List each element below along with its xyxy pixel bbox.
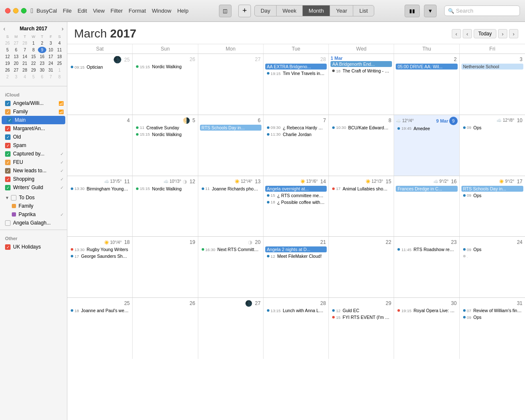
sidebar-item-family[interactable]: ✓ Family 📶	[0, 107, 67, 116]
calendar-checkbox[interactable]: ✓	[7, 118, 12, 123]
sidebar-todos-toggle[interactable]: ▼ To Dos	[0, 193, 67, 202]
mini-cal-day[interactable]: 5	[3, 47, 12, 53]
mini-cal-day[interactable]: 1	[55, 67, 64, 73]
calendar-event[interactable]: 07Review of William's finances	[461, 308, 523, 313]
calendar-event[interactable]: 12Meet FileMaker Cloud!	[265, 253, 327, 259]
menu-file[interactable]: File	[63, 8, 72, 14]
calendar-event[interactable]: 18Joanne and Paul's wedding	[69, 308, 131, 313]
calendar-day-mar30[interactable]: 30 19:15Royal Opera Live: Madame Butterf…	[394, 298, 459, 359]
mini-cal-day[interactable]: 4	[21, 74, 29, 80]
mini-cal-next[interactable]: ›	[61, 25, 64, 32]
calendar-event[interactable]: 11Joanne Richards phoner re BMI workshop	[200, 186, 261, 192]
prev-button[interactable]: ‹	[463, 29, 472, 38]
calendar-day-mar2[interactable]: 2 05:00 DRIVE AA: Wil...	[394, 54, 459, 115]
mini-cal-prev[interactable]: ‹	[3, 25, 5, 32]
calendar-day-mar13[interactable]: ☀️ 12°/4°13 11Joanne Richards phoner re …	[198, 176, 264, 237]
calendar-checkbox[interactable]: ✓	[5, 177, 11, 182]
view-year-button[interactable]: Year	[330, 5, 353, 16]
calendar-event[interactable]: 16:30Next RTS Committee Meeting	[200, 246, 261, 252]
mini-cal-day[interactable]: 3	[12, 74, 21, 80]
calendar-event[interactable]: 09:15Optician	[69, 64, 131, 70]
calendar-event[interactable]: .	[461, 253, 523, 259]
sidebar-item-main[interactable]: ✓ Main	[2, 116, 65, 124]
mini-cal-day[interactable]: 24	[47, 60, 55, 67]
calendar-event[interactable]: 09Ops	[461, 193, 523, 198]
calendar-day-mar8[interactable]: 8 10:30BCU/Kate Edwards/Ignite	[329, 115, 394, 176]
mini-cal-day[interactable]: 20	[12, 60, 21, 67]
sidebar-item-writersguild[interactable]: ✓ Writers' Guild ✓	[0, 183, 67, 192]
mini-cal-day[interactable]: 6	[38, 74, 46, 80]
calendar-day-mar25[interactable]: 25 18Joanne and Paul's wedding	[67, 298, 133, 359]
menu-edit[interactable]: Edit	[77, 8, 87, 14]
calendar-event[interactable]: Angela overnight at...	[265, 186, 327, 192]
calendar-day-mar9-today[interactable]: ☁️ 12°/4° 9 Mar 9 19:45Amedee	[394, 115, 459, 176]
calendar-checkbox[interactable]: ✓	[5, 244, 11, 250]
calendar-day-mar31[interactable]: 31 07Review of William's finances 09Ops	[460, 298, 525, 359]
calendar-event[interactable]: 15¿ RTS committee meeting	[265, 193, 327, 198]
mini-cal-day[interactable]: 16	[38, 54, 46, 60]
sidebar-item-newleads[interactable]: ✓ New leads to... ✓	[0, 166, 67, 175]
mini-cal-day[interactable]: 7	[21, 47, 29, 53]
calendar-event[interactable]: Nethersole School	[461, 64, 523, 70]
mini-cal-day[interactable]: 6	[12, 47, 21, 53]
calendar-day-mar14[interactable]: ☀️ 13°/6°14 Angela overnight at... 15¿ R…	[264, 176, 329, 237]
prev-prev-button[interactable]: ‹	[452, 29, 461, 38]
mini-cal-day[interactable]: 27	[12, 67, 21, 73]
calendar-day-mar24[interactable]: 24 09Ops .	[460, 237, 525, 297]
calendar-event[interactable]: 15:15Nordic Walking	[134, 186, 196, 192]
mini-cal-day[interactable]: 12	[3, 54, 12, 60]
calendar-event[interactable]: 17George Saunders Short Stories	[69, 253, 131, 259]
calendar-event[interactable]: 05:00 DRIVE AA: Wil...	[396, 64, 457, 70]
calendar-day-mar16[interactable]: ☁️ 9°/2°16 Frances Dredge in C...	[394, 176, 459, 237]
calendar-day-mar18[interactable]: ☀️ 10°/4°18 13:30Rugby Young Writers 17G…	[67, 237, 133, 297]
calendar-checkbox-unchecked[interactable]	[11, 195, 16, 201]
mini-cal-day[interactable]: 14	[21, 54, 29, 60]
sidebar-item-captured[interactable]: ✓ Captured by... ✓	[0, 150, 67, 158]
calendar-event[interactable]: 13:30Birmingham Young Writers	[69, 186, 131, 192]
calendar-event[interactable]: AA Bridgenorth End...	[330, 61, 392, 67]
mini-cal-day[interactable]: 21	[21, 60, 29, 67]
calendar-day-mar12[interactable]: ☁️ 10°/3°◑12 15:15Nordic Walking	[133, 176, 198, 237]
calendar-checkbox[interactable]: ✓	[5, 134, 11, 140]
mini-cal-day[interactable]: 8	[55, 74, 64, 80]
sidebar-item-angela[interactable]: ✓ Angela/Willi... 📶	[0, 99, 67, 107]
calendar-event[interactable]: 18¿ Possible coffee with Jessica Dromgoo…	[265, 199, 327, 205]
mini-cal-day[interactable]: 23	[38, 60, 46, 67]
mini-cal-day[interactable]: 1	[29, 40, 38, 46]
calendar-event[interactable]: 19:45Amedee	[396, 126, 457, 131]
calendar-day-mar27[interactable]: 🌑27	[198, 298, 264, 359]
close-button[interactable]	[5, 8, 11, 13]
mini-cal-day[interactable]: 17	[47, 54, 55, 60]
display-dropdown-button[interactable]: ▼	[424, 5, 437, 17]
mini-cal-day[interactable]: 11	[55, 47, 64, 53]
mini-cal-day[interactable]: 2	[38, 40, 46, 46]
calendar-day-mar1[interactable]: 1 Mar AA Bridgenorth End... 18The Craft …	[329, 54, 394, 115]
mini-cal-day[interactable]: 26	[3, 40, 12, 46]
mini-cal-day[interactable]: 15	[29, 54, 38, 60]
mini-cal-day[interactable]: 3	[47, 40, 55, 46]
menu-busycal[interactable]: BusyCal	[37, 8, 57, 14]
sidebar-item-margaret[interactable]: ✓ Margaret/An...	[0, 124, 67, 133]
calendar-checkbox[interactable]: ✓	[5, 151, 11, 157]
calendar-event[interactable]: 13:15Lunch with Anna Lawrence	[265, 308, 327, 313]
mini-cal-day[interactable]: 31	[47, 67, 55, 73]
mini-cal-day[interactable]: 13	[12, 54, 21, 60]
calendar-event[interactable]: 19:15Royal Opera Live: Madame Butterfly …	[396, 308, 457, 313]
mini-cal-day[interactable]: 18	[55, 54, 64, 60]
calendar-day-mar22[interactable]: 22	[329, 237, 394, 297]
calendar-checkbox[interactable]: ✓	[5, 143, 11, 148]
mini-cal-day[interactable]: 22	[29, 60, 38, 67]
calendar-event[interactable]: 10:30BCU/Kate Edwards/Ignite	[330, 125, 392, 131]
calendar-event[interactable]: 18The Craft of Writing - Short Course (W…	[330, 68, 392, 74]
menu-view[interactable]: View	[93, 8, 105, 14]
mini-cal-day[interactable]: 5	[29, 74, 38, 80]
window-icon-button[interactable]: ◫	[219, 5, 232, 17]
calendar-event[interactable]: RTS Schools Day in...	[461, 186, 523, 192]
view-day-button[interactable]: Day	[255, 5, 277, 16]
sidebar-item-feu[interactable]: ✓ FEU ✓	[0, 158, 67, 166]
calendar-day-mar7[interactable]: 7 09:30¿ Rebecca Hardy phoner (20 minute…	[264, 115, 329, 176]
view-month-button[interactable]: Month	[303, 5, 330, 16]
view-list-button[interactable]: List	[353, 5, 373, 16]
mini-cal-day[interactable]: 19	[3, 60, 12, 67]
fullscreen-button[interactable]	[21, 8, 27, 13]
